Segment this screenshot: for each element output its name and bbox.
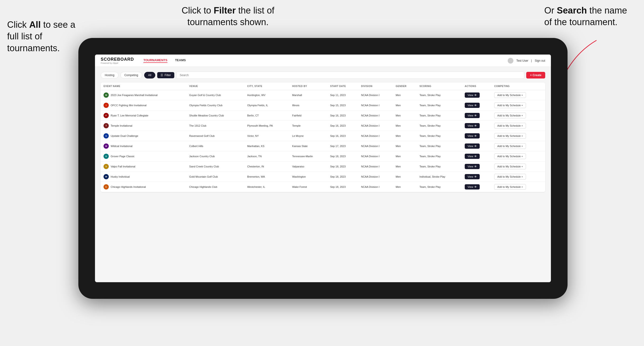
event-name-3: Temple Invitational <box>111 124 132 127</box>
view-button-1[interactable]: View 👁 <box>465 103 480 108</box>
cell-scoring-8: Individual, Stroke Play <box>416 172 462 182</box>
add-schedule-button-9[interactable]: Add to My Schedule + <box>494 184 526 190</box>
cell-scoring-2: Team, Stroke Play <box>416 111 462 121</box>
cell-actions-5: View 👁 <box>462 141 491 151</box>
filter-label: Filter <box>164 73 171 77</box>
cell-event-8: W Husky Individual <box>101 172 186 182</box>
cell-division-3: NCAA Division I <box>358 121 393 131</box>
table-row: T Temple Invitational The 1912 Club Plym… <box>101 121 545 131</box>
eye-icon-9: 👁 <box>474 185 477 188</box>
cell-city-9: Westchester, IL <box>244 182 289 192</box>
cell-date-5: Sep 17, 2023 <box>327 141 358 151</box>
cell-venue-4: Ravenwood Golf Club <box>186 131 244 141</box>
add-schedule-button-7[interactable]: Add to My Schedule + <box>494 164 526 169</box>
add-schedule-button-4[interactable]: Add to My Schedule + <box>494 133 526 139</box>
team-logo-3: T <box>104 123 109 128</box>
cell-scoring-5: Team, Stroke Play <box>416 141 462 151</box>
nav-link-teams[interactable]: TEAMS <box>175 58 186 63</box>
cell-city-3: Plymouth Meeting, PA <box>244 121 289 131</box>
eye-icon-1: 👁 <box>474 104 477 107</box>
navbar: SCOREBOARD Powered by clippd TOURNAMENTS… <box>95 54 551 67</box>
cell-venue-5: Colbert Hills <box>186 141 244 151</box>
col-venue: VENUE <box>186 83 244 90</box>
cell-hosted-9: Wake Forest <box>289 182 327 192</box>
filter-bar: Hosting Competing All ☰ Filter + Create <box>101 72 545 79</box>
cell-actions-4: View 👁 <box>462 131 491 141</box>
cell-gender-7: Men <box>393 162 416 172</box>
cell-gender-9: Men <box>393 182 416 192</box>
create-button[interactable]: + Create <box>526 72 545 78</box>
eye-icon-4: 👁 <box>474 135 477 137</box>
cell-date-4: Sep 16, 2023 <box>327 131 358 141</box>
cell-actions-3: View 👁 <box>462 121 491 131</box>
cell-hosted-2: Fairfield <box>289 111 327 121</box>
col-gender: GENDER <box>393 83 416 90</box>
tab-competing[interactable]: Competing <box>120 72 142 78</box>
event-name-6: Grover Page Classic <box>111 155 135 158</box>
tab-hosting[interactable]: Hosting <box>101 72 118 78</box>
view-button-2[interactable]: View 👁 <box>465 113 480 118</box>
cell-scoring-6: Team, Stroke Play <box>416 151 462 162</box>
cell-date-9: Sep 18, 2023 <box>327 182 358 192</box>
cell-date-7: Sep 18, 2023 <box>327 162 358 172</box>
col-competing: COMPETING <box>491 83 545 90</box>
cell-division-1: NCAA Division I <box>358 100 393 111</box>
cell-competing-8: Add to My Schedule + <box>491 172 545 182</box>
view-button-6[interactable]: View 👁 <box>465 154 480 159</box>
col-start-date: START DATE <box>327 83 358 90</box>
main-content: Hosting Competing All ☰ Filter + Create … <box>95 67 551 282</box>
cell-actions-1: View 👁 <box>462 100 491 111</box>
cell-scoring-4: Team, Stroke Play <box>416 131 462 141</box>
team-logo-5: W <box>104 144 109 149</box>
add-schedule-button-1[interactable]: Add to My Schedule + <box>494 102 526 108</box>
cell-gender-3: Men <box>393 121 416 131</box>
cell-date-2: Sep 16, 2023 <box>327 111 358 121</box>
add-schedule-button-5[interactable]: Add to My Schedule + <box>494 143 526 149</box>
nav-link-tournaments[interactable]: TOURNAMENTS <box>144 58 168 63</box>
cell-date-6: Sep 18, 2023 <box>327 151 358 162</box>
cell-event-2: F Ryan T. Lee Memorial Collegiate <box>101 111 186 121</box>
col-event-name: EVENT NAME <box>101 83 186 90</box>
avatar <box>508 58 514 64</box>
add-schedule-button-0[interactable]: Add to My Schedule + <box>494 92 526 98</box>
view-button-8[interactable]: View 👁 <box>465 174 480 179</box>
search-input[interactable] <box>176 72 524 79</box>
cell-competing-5: Add to My Schedule + <box>491 141 545 151</box>
cell-event-7: V Valpo Fall Invitational <box>101 162 186 172</box>
view-button-7[interactable]: View 👁 <box>465 164 480 169</box>
cell-gender-0: Men <box>393 90 416 100</box>
cell-city-6: Jackson, TN <box>244 151 289 162</box>
cell-division-7: NCAA Division I <box>358 162 393 172</box>
cell-competing-6: Add to My Schedule + <box>491 151 545 162</box>
view-button-3[interactable]: View 👁 <box>465 123 480 128</box>
add-schedule-button-2[interactable]: Add to My Schedule + <box>494 113 526 118</box>
cell-event-5: W Wildcat Invitational <box>101 141 186 151</box>
table-header-row: EVENT NAME VENUE CITY, STATE HOSTED BY S… <box>101 83 545 90</box>
team-logo-1: I <box>104 103 109 108</box>
cell-competing-2: Add to My Schedule + <box>491 111 545 121</box>
cell-competing-0: Add to My Schedule + <box>491 90 545 100</box>
sign-out-link[interactable]: Sign out <box>535 59 545 62</box>
team-logo-9: C <box>104 184 109 189</box>
cell-division-5: NCAA Division I <box>358 141 393 151</box>
view-button-0[interactable]: View 👁 <box>465 92 480 98</box>
tournaments-table: EVENT NAME VENUE CITY, STATE HOSTED BY S… <box>101 83 545 192</box>
tablet-screen: SCOREBOARD Powered by clippd TOURNAMENTS… <box>95 54 551 282</box>
filter-button[interactable]: ☰ Filter <box>157 72 174 78</box>
add-schedule-button-3[interactable]: Add to My Schedule + <box>494 123 526 129</box>
view-button-5[interactable]: View 👁 <box>465 144 480 149</box>
event-name-5: Wildcat Invitational <box>111 145 132 148</box>
tab-all[interactable]: All <box>144 72 155 78</box>
eye-icon-0: 👁 <box>474 94 477 97</box>
table-row: G Grover Page Classic Jackson Country Cl… <box>101 151 545 162</box>
event-name-1: OFCC Fighting Illini Invitational <box>111 104 146 107</box>
add-schedule-button-8[interactable]: Add to My Schedule + <box>494 174 526 179</box>
cell-division-2: NCAA Division I <box>358 111 393 121</box>
view-button-9[interactable]: View 👁 <box>465 184 480 189</box>
team-logo-8: W <box>104 174 109 179</box>
cell-event-9: C Chicago Highlands Invitational <box>101 182 186 192</box>
cell-competing-4: Add to My Schedule + <box>491 131 545 141</box>
add-schedule-button-6[interactable]: Add to My Schedule + <box>494 154 526 159</box>
view-button-4[interactable]: View 👁 <box>465 133 480 139</box>
cell-city-8: Bremerton, WA <box>244 172 289 182</box>
